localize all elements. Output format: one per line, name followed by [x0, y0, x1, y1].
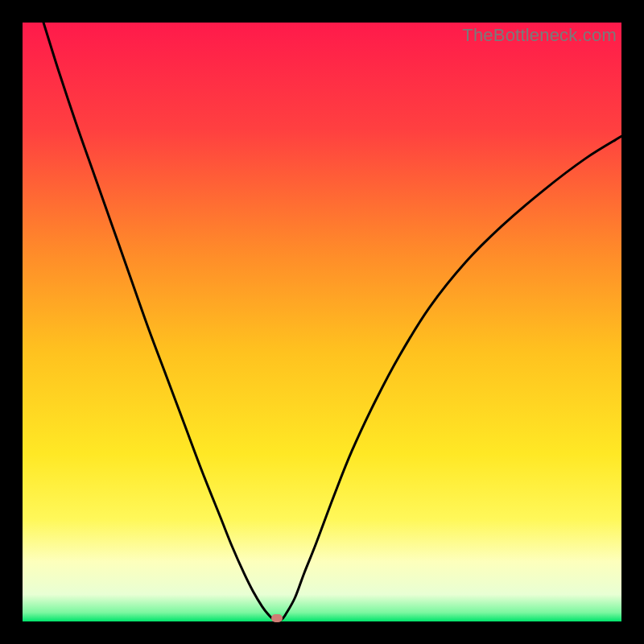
watermark-text: TheBottleneck.com	[462, 25, 617, 46]
optimum-marker	[271, 614, 283, 622]
bottleneck-chart	[23, 23, 621, 621]
gradient-background	[23, 23, 621, 621]
chart-frame: TheBottleneck.com	[23, 23, 621, 621]
